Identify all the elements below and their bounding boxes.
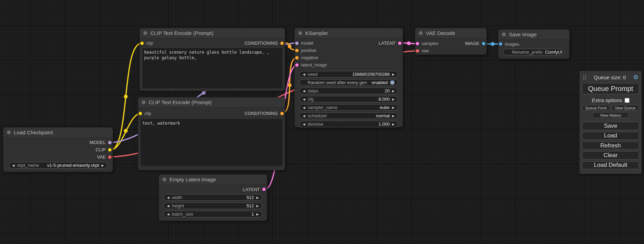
decrement-icon[interactable]: ◀ — [303, 123, 305, 126]
decrement-icon[interactable]: ◀ — [303, 98, 305, 101]
node-ksampler[interactable]: KSampler model LATENT positive negative … — [294, 28, 403, 127]
input-label-samples: samples — [422, 41, 438, 46]
node-header[interactable]: Empty Latent Image — [159, 174, 267, 185]
increment-icon[interactable]: ▶ — [256, 196, 259, 199]
increment-icon[interactable]: ▶ — [392, 98, 395, 101]
input-slot-images[interactable] — [499, 42, 502, 46]
output-slot-vae[interactable] — [108, 155, 112, 159]
random-seed-widget[interactable]: Random seed after every gen enabled — [299, 79, 398, 86]
node-vae-decode[interactable]: VAE Decode samples IMAGE vae — [415, 28, 487, 55]
decrement-icon[interactable]: ◀ — [303, 106, 305, 109]
output-slot-model[interactable] — [108, 141, 112, 144]
drag-handle-icon[interactable] — [583, 75, 586, 80]
sampler-name-widget[interactable]: ◀ sampler_name euler ▶ — [299, 104, 398, 111]
scheduler-widget[interactable]: ◀ scheduler normal ▶ — [299, 112, 398, 119]
refresh-button[interactable]: Refresh — [582, 142, 639, 150]
queue-prompt-button[interactable]: Queue Prompt — [582, 83, 639, 94]
input-slot-clip[interactable] — [140, 42, 144, 45]
positive-prompt-textarea[interactable]: beautiful scenery nature glass bottle la… — [142, 48, 282, 88]
input-slot-latent-image[interactable] — [295, 63, 299, 67]
node-header[interactable]: Save Image — [498, 29, 570, 40]
node-title: Empty Latent Image — [169, 177, 216, 182]
input-label-latent-image: latent_image — [301, 62, 327, 67]
input-slot-negative[interactable] — [295, 56, 299, 60]
save-button[interactable]: Save — [582, 122, 639, 130]
widget-value: 512 — [246, 203, 254, 208]
node-header[interactable]: Load Checkpoint — [3, 127, 113, 138]
widget-label: Random seed after every gen — [308, 80, 367, 85]
decrement-icon[interactable]: ◀ — [12, 164, 15, 167]
collapse-dot-icon[interactable] — [502, 33, 506, 36]
node-save-image[interactable]: Save Image images filename_prefix ComfyU… — [498, 29, 570, 59]
output-slot-clip[interactable] — [108, 148, 112, 152]
clear-button[interactable]: Clear — [582, 151, 639, 159]
random-seed-toggle[interactable] — [390, 80, 395, 85]
increment-icon[interactable]: ▶ — [392, 106, 395, 109]
node-header[interactable]: KSampler — [294, 28, 403, 38]
cfg-widget[interactable]: ◀ cfg 8.000 ▶ — [299, 96, 398, 102]
node-header[interactable]: CLIP Text Encode (Prompt) — [140, 28, 285, 38]
link-dot — [407, 42, 411, 45]
load-default-button[interactable]: Load Default — [582, 161, 639, 169]
node-load-checkpoint[interactable]: Load Checkpoint MODEL CLIP VAE ◀ ckpt_na… — [3, 127, 113, 172]
collapse-dot-icon[interactable] — [419, 31, 423, 35]
decrement-icon[interactable]: ◀ — [167, 204, 169, 208]
output-label-latent: LATENT — [243, 187, 260, 192]
increment-icon[interactable]: ▶ — [392, 114, 395, 118]
widget-label: cfg — [308, 97, 314, 102]
increment-icon[interactable]: ▶ — [256, 204, 259, 208]
output-slot-image[interactable] — [482, 42, 485, 45]
output-slot-latent[interactable] — [398, 42, 402, 45]
node-title: Load Checkpoint — [14, 129, 53, 135]
widget-value: euler — [380, 105, 390, 110]
node-header[interactable]: VAE Decode — [415, 28, 487, 38]
collapse-dot-icon[interactable] — [298, 31, 302, 35]
width-widget[interactable]: ◀ width 512 ▶ — [164, 194, 262, 201]
output-slot-conditioning[interactable] — [280, 42, 284, 45]
node-empty-latent-image[interactable]: Empty Latent Image LATENT ◀ width 512 ▶ … — [159, 174, 267, 221]
seed-widget[interactable]: ◀ seed 156680208700286 ▶ — [299, 71, 398, 78]
widget-label: width — [172, 195, 182, 200]
decrement-icon[interactable]: ◀ — [303, 73, 305, 76]
widget-value: 20 — [385, 88, 390, 93]
negative-prompt-textarea[interactable]: text, watermark — [141, 119, 282, 166]
batch-size-widget[interactable]: ◀ batch_size 1 ▶ — [164, 211, 262, 217]
output-slot-conditioning[interactable] — [280, 112, 284, 115]
input-slot-model[interactable] — [295, 42, 299, 45]
steps-widget[interactable]: ◀ steps 20 ▶ — [299, 88, 398, 94]
output-slot-latent[interactable] — [262, 188, 266, 191]
input-slot-clip[interactable] — [139, 112, 142, 115]
increment-icon[interactable]: ▶ — [102, 164, 104, 167]
filename-prefix-widget[interactable]: filename_prefix ComfyUI — [503, 49, 565, 55]
increment-icon[interactable]: ▶ — [392, 89, 395, 93]
height-widget[interactable]: ◀ height 512 ▶ — [164, 202, 262, 209]
increment-icon[interactable]: ▶ — [392, 123, 395, 126]
input-slot-positive[interactable] — [295, 49, 299, 52]
input-slot-samples[interactable] — [416, 42, 419, 45]
collapse-dot-icon[interactable] — [7, 130, 11, 134]
node-clip-text-encode-negative[interactable]: CLIP Text Encode (Prompt) clip CONDITION… — [138, 97, 285, 170]
ckpt-name-widget[interactable]: ◀ ckpt_name v1-5-pruned-emaonly.ckpt ▶ — [9, 162, 107, 169]
increment-icon[interactable]: ▶ — [392, 73, 395, 76]
widget-label: sampler_name — [308, 105, 337, 110]
load-button[interactable]: Load — [582, 132, 639, 140]
extra-options-checkbox[interactable] — [625, 98, 629, 103]
increment-icon[interactable]: ▶ — [256, 213, 259, 216]
extra-options-label: Extra options — [592, 97, 622, 103]
view-history-button[interactable]: View History — [592, 112, 629, 118]
decrement-icon[interactable]: ◀ — [167, 213, 169, 216]
decrement-icon[interactable]: ◀ — [303, 114, 305, 118]
view-queue-button[interactable]: View Queue — [611, 105, 639, 111]
widget-label: denoise — [308, 121, 324, 127]
denoise-widget[interactable]: ◀ denoise 1.000 ▶ — [299, 121, 398, 127]
input-slot-vae[interactable] — [416, 49, 419, 53]
queue-front-button[interactable]: Queue Front — [582, 105, 610, 111]
collapse-dot-icon[interactable] — [162, 178, 166, 181]
node-clip-text-encode-positive[interactable]: CLIP Text Encode (Prompt) clip CONDITION… — [140, 28, 285, 91]
settings-gear-icon[interactable]: ⚙ — [633, 74, 638, 80]
decrement-icon[interactable]: ◀ — [167, 196, 169, 199]
collapse-dot-icon[interactable] — [143, 31, 147, 35]
decrement-icon[interactable]: ◀ — [303, 89, 305, 93]
node-header[interactable]: CLIP Text Encode (Prompt) — [138, 97, 285, 108]
collapse-dot-icon[interactable] — [142, 100, 145, 104]
